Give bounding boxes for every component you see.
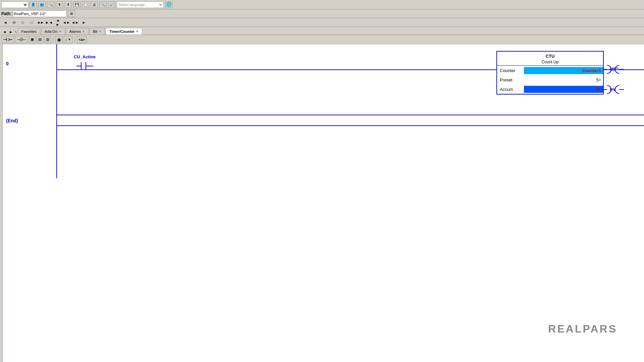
contact2-btn[interactable]: ⊣/⊢	[15, 36, 28, 43]
sep2	[74, 37, 75, 43]
path-label: Path:	[1, 11, 11, 16]
tab-timercounter[interactable]: Timer/Counter ✕	[106, 28, 142, 35]
watermark: REALPARS	[548, 323, 617, 335]
end-rail	[56, 125, 644, 126]
nav-h-btn[interactable]: H	[10, 19, 18, 26]
tab-alarms-close[interactable]: ✕	[82, 30, 85, 33]
svg-text:CU: CU	[610, 67, 615, 71]
tab-timercounter-label: Timer/Counter	[109, 29, 135, 34]
ctu-accum-val: 0+	[596, 87, 601, 92]
main-area: 0 CU_Active	[0, 44, 644, 362]
nav-lr2-btn[interactable]: ◄ ►	[54, 19, 62, 26]
contact-label: CU_Active	[74, 54, 96, 59]
dn-coil-symbol: DN	[604, 84, 631, 95]
main-dropdown[interactable]	[1, 1, 28, 8]
path-input[interactable]	[13, 10, 66, 17]
box1-btn[interactable]: ▣	[29, 36, 36, 43]
contact-symbol	[76, 61, 93, 71]
toolbar-btn-6[interactable]: 💾	[73, 1, 80, 8]
tab-alarms-label: Alarms	[69, 29, 81, 34]
ctu-preset-value-container[interactable]: 5+	[524, 76, 603, 83]
tab-addon-close[interactable]: ✕	[59, 30, 61, 33]
tab-nav-forward[interactable]: ►	[8, 29, 14, 35]
toolbar-btn-7[interactable]: 📋	[82, 1, 89, 8]
contact-cu-active[interactable]: CU_Active	[76, 61, 93, 72]
tab-nav-back[interactable]: ◄	[1, 29, 8, 35]
branch-icon: ↕	[65, 38, 67, 42]
toolbar-btn-5[interactable]: ⬇	[64, 1, 72, 8]
top-toolbar: 👤 👥 🔍 ⬆ ⬇ 💾 📋 🖨 🔍 🔎 Select language... 🌐	[0, 0, 644, 9]
ladder-canvas: 0 CU_Active	[3, 44, 644, 362]
translate-btn[interactable]: 🌐	[165, 1, 172, 8]
svg-text:DN: DN	[610, 87, 615, 92]
nav-lr3-btn[interactable]: ◄►	[62, 19, 70, 26]
language-select[interactable]: Select language...	[117, 1, 164, 8]
left-gutter	[0, 44, 3, 362]
ctu-counter-label: Counter	[497, 67, 524, 74]
rung-0: 0 CU_Active	[3, 44, 644, 111]
box3-btn[interactable]: ▥	[44, 36, 51, 43]
end-rung-label: (End)	[6, 118, 18, 123]
ctu-block[interactable]: CTU Count Up Counter Counter1 Preset 5+	[496, 51, 604, 95]
toolbar-btn-2[interactable]: 👥	[38, 1, 46, 8]
tab-bit-label: Bit	[93, 29, 97, 34]
ctu-counter-value[interactable]: Counter1	[524, 67, 603, 74]
zoom-out-btn[interactable]: 🔎	[108, 1, 115, 8]
tab-bit-close[interactable]: ✕	[99, 30, 101, 33]
tab-nav-slash: \	[14, 29, 18, 35]
instruction-toolbar: ⊣ ⊢ ⊣/⊢ ▣ ▤ ▥ ◉ ↕ ▼ <a>	[0, 35, 644, 44]
nav-end-btn[interactable]: ►	[80, 19, 88, 26]
wire-to-ctu	[107, 69, 496, 70]
toolbar-btn-1[interactable]: 👤	[30, 1, 37, 8]
ctu-counter-val: Counter1	[582, 68, 601, 73]
nav-start-btn[interactable]: ◄	[1, 19, 9, 26]
nav-box2-btn[interactable]: □	[28, 19, 36, 26]
tab-alarms[interactable]: Alarms ✕	[66, 28, 89, 35]
rung-0-number: 0	[6, 61, 9, 66]
tab-timercounter-close[interactable]: ✕	[136, 30, 139, 33]
ctu-title: CTU	[500, 53, 600, 60]
ctu-subtitle: Count Up	[500, 60, 600, 64]
toolbar-btn-3[interactable]: 🔍	[47, 1, 54, 8]
coil-btn[interactable]: ◉	[55, 36, 63, 43]
ctu-preset-label: Preset	[497, 76, 524, 83]
tab-addon-label: Add-On	[45, 29, 57, 34]
toolbar-btn-4[interactable]: ⬆	[56, 1, 63, 8]
ctu-preset-val: 5+	[596, 77, 601, 82]
path-browse-btn[interactable]: ⊞	[68, 10, 75, 17]
contact-btn[interactable]: ⊣ ⊢	[1, 36, 14, 43]
ctu-preset-row: Preset 5+	[497, 75, 603, 84]
zoom-in-btn[interactable]: 🔍	[99, 1, 107, 8]
ctu-accum-value[interactable]: 0+	[524, 86, 603, 93]
sep1	[53, 37, 53, 43]
branch-btn[interactable]: ↕ ▼	[64, 36, 72, 43]
ctu-accum-row: Accum 0+	[497, 84, 603, 94]
ctu-counter-row: Counter Counter1	[497, 66, 603, 75]
ctu-accum-label: Accum	[497, 86, 524, 93]
box2-btn[interactable]: ▤	[37, 36, 43, 43]
block-btn[interactable]: <a>	[77, 36, 87, 43]
cu-coil-symbol: CU	[604, 64, 631, 74]
tab-favorites-label: Favorites	[21, 29, 37, 34]
toolbar-btn-8[interactable]: 🖨	[91, 1, 98, 8]
tab-favorites[interactable]: Favorites	[18, 28, 40, 35]
second-toolbar: ◄ H □ □ ◄► ►◄ ◄ ► ◄► ◄► ►	[0, 18, 644, 27]
nav-rl1-btn[interactable]: ►◄	[45, 19, 53, 26]
tabs-bar: ◄ ► \ Favorites Add-On ✕ Alarms ✕ Bit ✕ …	[0, 27, 644, 35]
nav-box1-btn[interactable]: □	[19, 19, 27, 26]
tab-addon[interactable]: Add-On ✕	[41, 28, 65, 35]
nav-lr4-btn[interactable]: ◄►	[71, 19, 79, 26]
branch-dropdown[interactable]: ▼	[68, 38, 71, 41]
tab-bit[interactable]: Bit ✕	[89, 28, 105, 35]
nav-lr1-btn[interactable]: ◄►	[36, 19, 44, 26]
path-bar: Path: ⊞	[0, 9, 644, 18]
end-rung: (End)	[3, 111, 644, 138]
